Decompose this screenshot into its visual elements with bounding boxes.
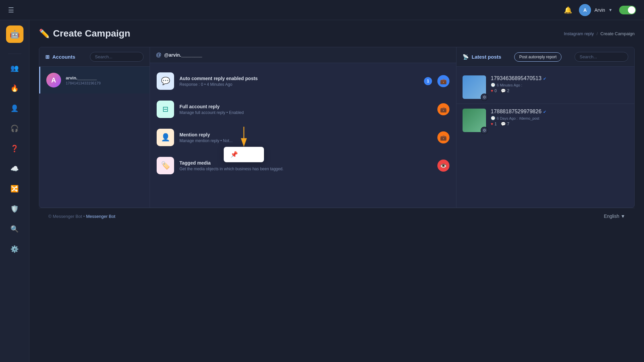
layout: 🤖 👥 🔥 👤 🎧 ❓ ☁️ 🔀 🛡️ 🔍 ⚙️ ✏️ Create Campa… [0,20,644,362]
auto-comment-icon: 💬 [157,72,174,90]
post-id-text: 17934636895470513 [491,75,541,81]
latest-posts-column: 📡 Latest posts Post autoreply report ⚙ [457,47,634,207]
feature-tagged-media[interactable]: 🏷️ Tagged media Get the media objects in… [150,152,456,180]
post-thumb-wrapper: ⚙ [463,109,486,132]
latest-posts-title: 📡 Latest posts [463,54,501,60]
logo: 🤖 [6,25,23,43]
sidebar-item-fire[interactable]: 🔥 [6,79,23,97]
verified-icon: ✔ [543,110,546,114]
clock-icon: 🕐 [491,83,495,87]
post-item[interactable]: ⚙ 17934636895470513 ✔ 🕐 6 Minutes Ago : [457,71,634,104]
post-list: ⚙ 17934636895470513 ✔ 🕐 6 Minutes Ago : [457,67,634,141]
account-item[interactable]: A arvin.________ 178414134331961­79 [39,67,150,94]
breadcrumb-parent[interactable]: Instagram reply [564,31,594,36]
breadcrumb-current: Create Campaign [600,31,635,36]
feature-text-auto-comment: Auto comment reply enabled posts Respons… [179,76,419,87]
action-btn-mention-reply[interactable]: 💼 [437,131,449,143]
sidebar-item-cloud[interactable]: ☁️ [6,160,23,177]
post-gear-icon[interactable]: ⚙ [481,127,488,134]
bell-icon[interactable]: 🔔 [564,6,572,14]
feature-desc-mention-reply: Manage mention reply • Not... [179,138,432,143]
instagram-column: @ @arvin.________ 💬 Auto comment reply e… [150,47,457,207]
footer-link[interactable]: Messenger Bot [86,214,115,219]
post-info: 17934636895470513 ✔ 🕐 6 Minutes Ago : ♥ [491,75,628,93]
navbar-right: 🔔 A Arvin ▼ [564,4,636,16]
badge-auto-comment: 1 [424,77,432,85]
autoreply-report-button[interactable]: Post autoreply report [514,52,561,62]
chevron-down-icon: ▼ [621,214,625,219]
accounts-label: Accounts [52,54,75,60]
sidebar-item-help[interactable]: ❓ [6,140,23,157]
post-thumb-wrapper: ⚙ [463,75,486,99]
breadcrumb: Instagram reply / Create Campaign [564,31,635,36]
accounts-column: ⊞ Accounts A arvin.________ 178414134331… [39,47,150,207]
post-info: 17888187529979826 ✔ 🕐 6 Days Ago : #demo… [491,109,628,126]
hamburger-icon[interactable]: ☰ [8,6,14,14]
sidebar-item-support[interactable]: 🎧 [6,120,23,137]
clock-icon: 🕐 [491,116,495,120]
sidebar-item-users[interactable]: 👥 [6,59,23,77]
post-likes: ♥ 0 [491,88,497,93]
full-account-icon: ⊟ [157,101,174,118]
footer-left: © Messenger Bot • Messenger Bot [48,214,115,219]
language-selector[interactable]: English ▼ [604,214,625,219]
sidebar-item-settings[interactable]: ⚙️ [6,240,23,258]
account-avatar: A [46,73,61,87]
action-btn-auto-comment[interactable]: 💼 [437,75,449,87]
insta-handle: @arvin.________ [164,52,202,58]
sidebar-item-profile[interactable]: 👤 [6,100,23,117]
comment-icon: 💬 [501,88,506,93]
accounts-icon: ⊞ [45,54,50,60]
heart-icon: ♥ [491,88,493,93]
feature-text-full-account: Full account reply Manage full account r… [179,104,432,115]
navbar: ☰ 🔔 A Arvin ▼ [0,0,644,20]
rss-icon: 📡 [463,54,469,60]
feature-desc-full-account: Manage full account reply • Enabled [179,110,432,115]
edit-icon: ✏️ [39,28,50,39]
toggle-switch[interactable] [619,6,636,14]
comment-icon: 💬 [501,122,506,126]
page-title-section: ✏️ Create Campaign [39,28,130,39]
feature-text-mention-reply: Mention reply Manage mention reply • Not… [179,132,432,143]
post-id-text: 17888187529979826 [491,109,541,114]
sidebar-item-search[interactable]: 🔍 [6,220,23,238]
sidebar-item-shield[interactable]: 🛡️ [6,200,23,218]
feature-title-tagged-media: Tagged media [179,160,432,166]
arrow-popup-wrapper: 📌 [224,127,264,162]
user-info[interactable]: A Arvin ▼ [579,4,612,16]
footer: © Messenger Bot • Messenger Bot English … [39,208,635,224]
account-id: 178414134331961­79 [66,81,144,85]
accounts-search[interactable] [90,52,144,62]
post-id: 17934636895470513 ✔ [491,75,628,81]
post-time: 🕐 6 Minutes Ago : [491,83,628,87]
avatar: A [579,4,591,16]
action-btn-full-account[interactable]: 💼 [437,103,449,115]
account-info: arvin.________ 178414134331961­79 [66,75,144,85]
page-title: Create Campaign [53,28,130,39]
feature-mention-reply[interactable]: 👤 Mention reply Manage mention reply • N… [150,123,456,152]
breadcrumb-separator: / [596,31,598,36]
panel-container: ⊞ Accounts A arvin.________ 178414134331… [39,47,635,208]
post-likes: ♥ 1 [491,122,497,126]
feature-title-auto-comment: Auto comment reply enabled posts [179,76,419,81]
accounts-header: ⊞ Accounts [39,47,150,67]
feature-title-full-account: Full account reply [179,104,432,109]
sidebar-item-tools[interactable]: 🔀 [6,180,23,197]
insta-header: @ @arvin.________ [150,47,456,63]
feature-full-account[interactable]: ⊟ Full account reply Manage full account… [150,95,456,123]
post-gear-icon[interactable]: ⚙ [481,94,488,101]
feature-title-mention-reply: Mention reply [179,132,432,137]
action-btn-tagged-media[interactable]: 👁️ [437,160,449,172]
copyright: © Messenger Bot [48,214,82,219]
post-tag: #demo_post [519,116,539,120]
main-content: ✏️ Create Campaign Instagram reply / Cre… [30,20,644,362]
feature-desc-auto-comment: Response : 0 • 4 Minutes Ago [179,82,419,87]
feature-auto-comment[interactable]: 💬 Auto comment reply enabled posts Respo… [150,67,456,95]
account-name: arvin.________ [66,75,144,80]
navbar-left: ☰ [8,6,14,14]
tagged-media-icon: 🏷️ [157,157,174,174]
feature-text-tagged-media: Tagged media Get the media objects in wh… [179,160,432,171]
accounts-title: ⊞ Accounts [45,54,75,60]
posts-search[interactable] [575,52,628,62]
post-item[interactable]: ⚙ 17888187529979826 ✔ 🕐 6 Days Ago : #de… [457,104,634,137]
